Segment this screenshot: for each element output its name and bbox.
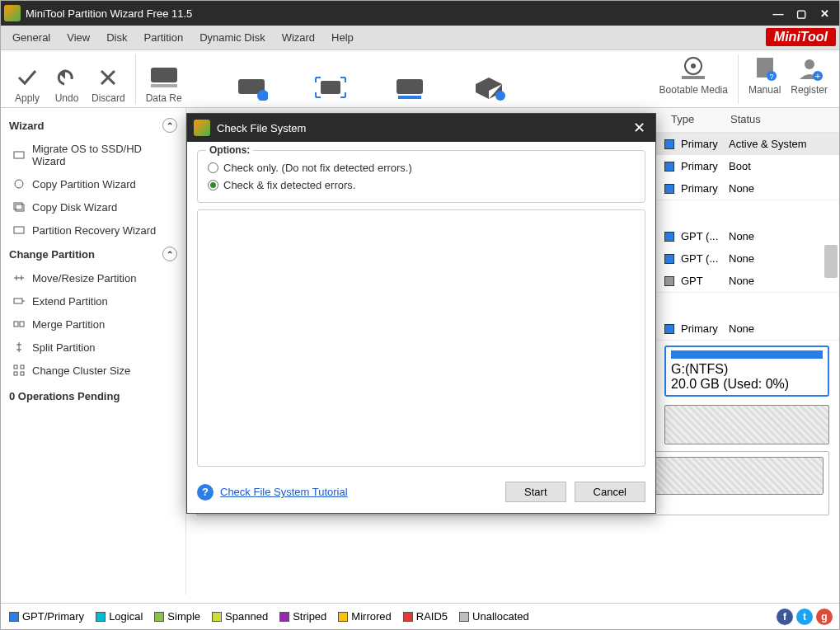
- menu-view[interactable]: View: [59, 28, 98, 47]
- menu-wizard[interactable]: Wizard: [274, 28, 323, 47]
- menu-partition[interactable]: Partition: [135, 28, 191, 47]
- svg-rect-22: [14, 299, 22, 303]
- menubar: General View Disk Partition Dynamic Disk…: [1, 26, 839, 50]
- radio-check-only[interactable]: Check only. (Do not fix detected errors.…: [208, 159, 635, 176]
- sidebar-move-resize[interactable]: Move/Resize Partition: [1, 266, 185, 289]
- manual-button[interactable]: ? Manual: [748, 54, 781, 104]
- app-icon: [4, 5, 21, 21]
- radio-icon-selected: [208, 180, 218, 190]
- sidebar-change-head[interactable]: Change Partition⌃: [1, 242, 185, 266]
- sidebar-migrate-os[interactable]: Migrate OS to SSD/HD Wizard: [1, 138, 185, 172]
- discard-button[interactable]: Discard: [92, 66, 125, 104]
- svg-rect-21: [14, 227, 24, 233]
- app-icon: [194, 120, 210, 136]
- menu-dynamic-disk[interactable]: Dynamic Disk: [191, 28, 273, 47]
- brand-logo: MiniTool: [766, 28, 836, 46]
- sidebar-wizard-head[interactable]: Wizard⌃: [1, 113, 185, 138]
- svg-rect-25: [14, 365, 17, 369]
- apply-button[interactable]: Apply: [12, 66, 42, 104]
- close-button[interactable]: ✕: [813, 5, 836, 21]
- tool-disk-4[interactable]: [392, 74, 428, 104]
- cd-icon: [677, 54, 710, 81]
- x-icon: [96, 66, 120, 89]
- unallocated-segment[interactable]: [664, 405, 829, 444]
- legend-bar: GPT/Primary Logical Simple Spanned Strip…: [1, 603, 839, 629]
- check-icon: [16, 66, 39, 89]
- undo-icon: [55, 66, 78, 89]
- operations-pending: 0 Operations Pending: [1, 382, 185, 411]
- disk-refresh-icon: [235, 74, 268, 101]
- minimize-button[interactable]: —: [767, 5, 790, 21]
- gplus-icon[interactable]: g: [816, 609, 833, 625]
- tutorial-link[interactable]: Check File System Tutorial: [220, 486, 348, 498]
- svg-rect-28: [21, 372, 24, 375]
- legend-spanned: Spanned: [212, 610, 268, 623]
- svg-point-18: [15, 180, 23, 188]
- sidebar-copy-disk[interactable]: Copy Disk Wizard: [1, 195, 185, 219]
- svg-rect-4: [321, 81, 340, 94]
- chevron-up-icon: ⌃: [162, 118, 177, 133]
- svg-rect-1: [151, 84, 177, 87]
- svg-point-7: [495, 91, 505, 101]
- document-icon: ?: [752, 54, 778, 81]
- svg-rect-0: [151, 68, 177, 82]
- legend-gpt-primary: GPT/Primary: [9, 610, 84, 623]
- cancel-button[interactable]: Cancel: [575, 482, 645, 502]
- box-icon: [472, 74, 505, 101]
- sidebar-partition-recovery[interactable]: Partition Recovery Wizard: [1, 219, 185, 242]
- maximize-button[interactable]: ▢: [790, 5, 813, 21]
- window-title: MiniTool Partition Wizard Free 11.5: [26, 7, 192, 20]
- radio-check-fix[interactable]: Check & fix detected errors.: [208, 176, 635, 194]
- svg-point-14: [805, 59, 814, 69]
- scrollbar[interactable]: [824, 245, 838, 278]
- sidebar-merge[interactable]: Merge Partition: [1, 313, 185, 336]
- sidebar-copy-partition[interactable]: Copy Partition Wizard: [1, 172, 185, 195]
- tool-box[interactable]: [471, 74, 507, 104]
- sidebar: Wizard⌃ Migrate OS to SSD/HD Wizard Copy…: [1, 108, 186, 595]
- svg-rect-27: [14, 372, 17, 375]
- toolbar: Apply Undo Discard Data Re Bootable Medi…: [1, 50, 839, 108]
- options-legend: Options:: [206, 144, 253, 156]
- sidebar-split[interactable]: Split Partition: [1, 336, 185, 359]
- tool-disk-3[interactable]: [312, 74, 349, 104]
- undo-button[interactable]: Undo: [52, 66, 82, 104]
- dialog-titlebar: Check File System ✕: [187, 114, 655, 142]
- start-button[interactable]: Start: [505, 482, 565, 502]
- menu-disk[interactable]: Disk: [98, 28, 135, 47]
- data-recovery-button[interactable]: Data Re: [146, 63, 182, 104]
- col-status[interactable]: Status: [724, 108, 839, 132]
- legend-unallocated: Unallocated: [459, 610, 529, 623]
- svg-rect-6: [398, 96, 421, 99]
- disk-icon: [148, 63, 181, 89]
- check-file-system-dialog: Check File System ✕ Options: Check only.…: [186, 113, 656, 514]
- tool-disk-2[interactable]: [233, 74, 270, 104]
- output-area: [197, 209, 645, 467]
- sidebar-extend[interactable]: Extend Partition: [1, 289, 185, 313]
- chevron-up-icon: ⌃: [162, 247, 177, 261]
- legend-striped: Striped: [279, 610, 326, 623]
- svg-point-9: [691, 63, 696, 68]
- svg-rect-23: [14, 322, 18, 327]
- svg-rect-26: [21, 365, 24, 369]
- options-group: Options: Check only. (Do not fix detecte…: [197, 150, 645, 203]
- bootable-media-button[interactable]: Bootable Media: [659, 54, 728, 104]
- register-button[interactable]: + Register: [791, 54, 828, 104]
- sidebar-cluster[interactable]: Change Cluster Size: [1, 359, 185, 382]
- partition-segment[interactable]: G:(NTFS) 20.0 GB (Used: 0%): [664, 346, 829, 397]
- twitter-icon[interactable]: t: [796, 609, 813, 625]
- dialog-title: Check File System: [217, 122, 306, 134]
- svg-text:?: ?: [769, 73, 773, 81]
- svg-text:+: +: [814, 71, 819, 81]
- menu-help[interactable]: Help: [323, 28, 362, 47]
- disk-bracket-icon: [314, 74, 347, 101]
- dialog-close-button[interactable]: ✕: [630, 119, 649, 137]
- svg-rect-10: [682, 76, 705, 79]
- legend-raid5: RAID5: [403, 610, 448, 623]
- segment-sub: 20.0 GB (Used: 0%): [671, 377, 823, 392]
- legend-logical: Logical: [96, 610, 143, 623]
- help-icon[interactable]: ?: [197, 484, 214, 501]
- svg-rect-24: [20, 322, 24, 327]
- menu-general[interactable]: General: [4, 28, 59, 47]
- facebook-icon[interactable]: f: [777, 609, 793, 625]
- col-type[interactable]: Type: [664, 108, 724, 132]
